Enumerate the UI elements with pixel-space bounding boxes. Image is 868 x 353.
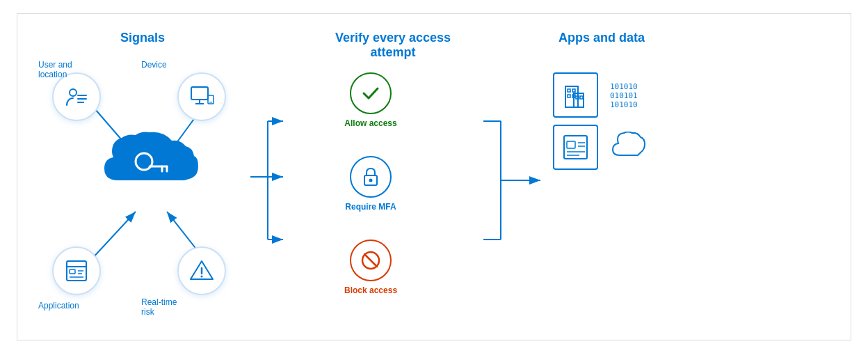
middle-arrow-svg [476,31,546,323]
apps-grid: 101010 010101 101010 [553,72,650,170]
building-icon [560,79,591,111]
verify-items-list: Allow access Require MFA [344,72,397,295]
cloud-svg [94,128,205,198]
document-icon-box [553,125,598,170]
svg-text:010101: 010101 [610,91,638,100]
signals-section: Signals [38,31,247,323]
apps-title: Apps and data [546,31,657,45]
svg-point-5 [70,89,77,96]
data-binary-icon: 101010 010101 101010 [605,72,650,118]
require-mfa-item: Require MFA [344,156,397,212]
svg-text:101010: 101010 [610,82,638,91]
cloud-app-icon [605,125,650,170]
building-icon-box [553,72,598,118]
diagram-container: Signals [17,13,851,340]
svg-rect-46 [568,89,570,92]
verify-section: Verify every accessattempt Allow access [310,31,476,323]
block-access-circle [350,240,392,281]
svg-rect-47 [572,89,575,92]
cloud-app-svg [609,132,647,163]
risk-icon [177,246,226,295]
block-access-label: Block access [344,285,397,295]
signals-title: Signals [38,31,247,45]
svg-point-36 [369,178,373,182]
user-location-label: User and location [38,60,77,79]
cloud-with-key [94,128,205,212]
allow-access-item: Allow access [344,72,397,128]
binary-svg: 101010 010101 101010 [609,79,647,111]
apps-section: Apps and data 101010 [546,31,657,323]
svg-point-22 [201,275,203,277]
flow-arrow-svg [247,31,289,323]
require-mfa-circle [350,156,392,198]
device-icon [177,72,226,121]
allow-access-label: Allow access [344,118,396,128]
svg-rect-57 [567,141,575,148]
svg-rect-9 [191,87,208,100]
svg-rect-16 [70,269,75,274]
svg-rect-48 [568,95,570,97]
document-icon [560,132,591,163]
application-icon [52,246,101,295]
user-location-icon [52,72,101,121]
application-label: Application [38,301,79,311]
svg-text:101010: 101010 [610,100,638,109]
require-mfa-label: Require MFA [345,202,396,212]
risk-label: Real-time risk [141,297,183,317]
verify-title: Verify every accessattempt [310,31,476,60]
svg-line-3 [90,212,136,260]
svg-line-38 [364,254,377,267]
device-label: Device [141,60,167,70]
allow-access-circle [350,72,392,114]
flow-arrow-section [247,31,289,323]
block-access-item: Block access [344,240,397,295]
middle-arrow-section [476,31,546,323]
svg-rect-51 [580,96,583,99]
